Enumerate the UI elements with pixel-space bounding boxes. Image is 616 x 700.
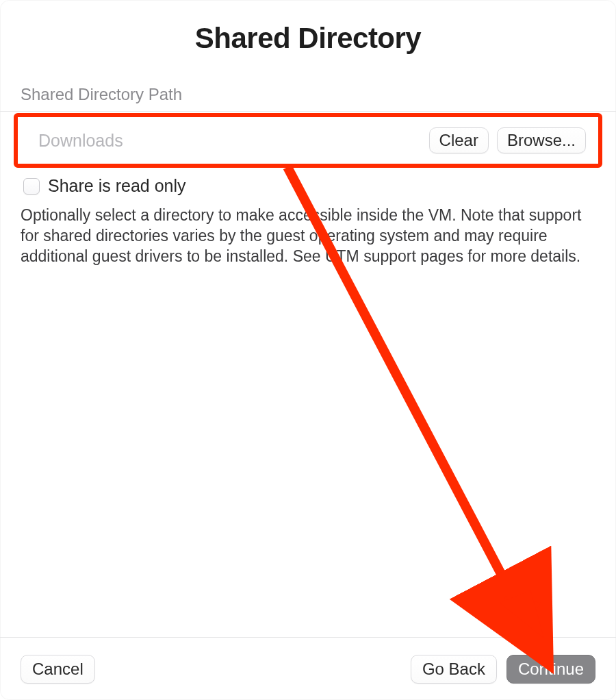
cancel-button[interactable]: Cancel [21,655,95,684]
page-title: Shared Directory [0,0,616,55]
footer-bar: Cancel Go Back Continue [0,637,616,700]
continue-button[interactable]: Continue [506,655,595,684]
readonly-label: Share is read only [48,176,186,196]
shared-path-field[interactable]: Downloads [30,131,421,151]
clear-button[interactable]: Clear [429,127,489,153]
path-row: Downloads Clear Browse... [18,117,598,164]
divider [0,111,616,112]
annotation-highlight-box: Downloads Clear Browse... [14,113,602,168]
readonly-row: Share is read only [0,172,616,205]
readonly-checkbox[interactable] [23,178,40,195]
section-label-path: Shared Directory Path [0,55,616,111]
help-text: Optionally select a directory to make ac… [0,205,616,267]
go-back-button[interactable]: Go Back [411,655,497,684]
browse-button[interactable]: Browse... [497,127,586,153]
svg-marker-1 [503,596,541,623]
dialog-window: Shared Directory Shared Directory Path D… [0,0,616,700]
svg-marker-2 [500,590,544,638]
